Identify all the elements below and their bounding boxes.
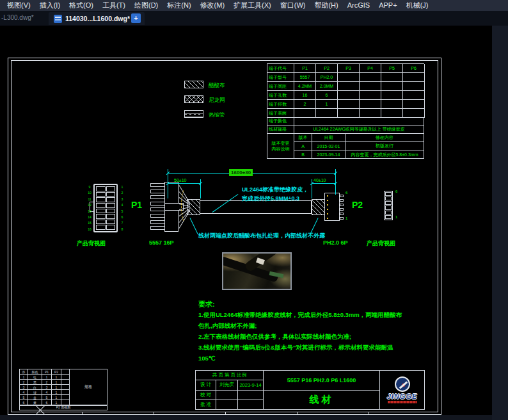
p2-wire-dot: [327, 209, 328, 210]
wire-table-cell: [61, 375, 70, 380]
pin-number: 11: [86, 197, 93, 202]
spec-row-label: 端子排数: [267, 100, 294, 109]
p2-side-pin-bottom: 1: [345, 216, 347, 220]
menu-insert[interactable]: 插入(I): [35, 0, 65, 11]
wire-table-cell: 白: [28, 385, 42, 390]
menu-app-plus[interactable]: APP+: [374, 0, 401, 11]
p1-pin-hole: [106, 214, 116, 219]
spec-cell: [294, 109, 316, 118]
pin-number: 9: [86, 184, 93, 190]
menu-draw[interactable]: 绘图(D): [130, 0, 163, 11]
menu-window[interactable]: 窗口(W): [276, 0, 310, 11]
menu-format[interactable]: 格式(O): [65, 0, 98, 11]
revision-header-version: 版本: [294, 134, 312, 142]
wire-table-cell: 颜色: [28, 369, 42, 375]
part-number: 5557 P16 PH2.0 P6 L1600: [264, 371, 379, 391]
p1-pin-hole: [106, 225, 116, 230]
pin-number: 3: [119, 197, 125, 202]
wire-table-cell: 绿: [28, 390, 42, 395]
p2-pin-stub: [340, 208, 344, 211]
wire-table-cell: 2: [20, 380, 28, 385]
p1-side-tooth: [150, 195, 165, 199]
spec-cell: P5: [381, 64, 403, 73]
wire-table-cell: 红: [28, 375, 42, 380]
p1-rear-caption: 产品背视图: [77, 239, 106, 248]
spec-cell: [403, 100, 425, 109]
revision-table: 版本 日期 修改内容 A 2015-02-01 初版发行 B 2023-09-1…: [294, 134, 424, 158]
spec-cell: [381, 82, 403, 91]
p2-pin-hole: [385, 201, 392, 205]
wire-table-cell: 1: [52, 375, 61, 380]
background-file-tab[interactable]: -L300.dwg*: [1, 14, 34, 21]
revision-block: 版本变更 内容说明 版本 日期 修改内容 A 2015-02-01 初版发行 B…: [267, 134, 424, 159]
menu-help[interactable]: 帮助(H): [310, 0, 342, 11]
active-tab-label: 114030...L1600.dwg*: [65, 15, 130, 22]
p1-pin-hole: [106, 203, 116, 208]
legend-label-acetate-cloth: 醋酸布: [209, 82, 225, 90]
p2-wire-dot: [327, 204, 328, 206]
p1-side-tooth: [150, 214, 165, 218]
approve-name: [216, 400, 238, 409]
p1-side-tooth: [150, 220, 165, 224]
vertical-scrollbar[interactable]: [492, 26, 508, 420]
menu-mechanical[interactable]: 机械(J): [402, 0, 433, 11]
file-tab-bar: -L300.dwg* 114030...L1600.dwg* × +: [0, 11, 508, 26]
p1-pin-hole: [96, 220, 106, 225]
product-photo: [222, 252, 292, 290]
p2-side-view: [324, 193, 340, 221]
requirements-title: 要求:: [198, 300, 215, 309]
new-tab-button[interactable]: +: [131, 13, 141, 23]
product-name: 线材: [264, 391, 379, 410]
p1-pin-hole: [96, 209, 106, 214]
spec-cell: P2: [316, 64, 338, 73]
spec-cell: [403, 109, 425, 118]
p2-wire-dot: [327, 218, 328, 219]
p2-pin-hole: [385, 197, 392, 200]
spec-cell: [381, 73, 403, 82]
p2-pin-hole: [385, 192, 392, 196]
active-file-tab[interactable]: 114030...L1600.dwg* ×: [49, 12, 145, 25]
drawing-canvas[interactable]: 醋酸布 尼龙网 热缩管 端子代号P1P2P3P4P5P6端子型号5557PH2.…: [0, 26, 492, 415]
spec-cell: P1: [294, 64, 316, 73]
title-block-signatures: 共 页 第 页 比例 设 计 刘光庆 2023-9-14 校 对 批 准: [196, 371, 264, 409]
pin-number: 4: [119, 202, 125, 208]
pin-number: 16: [86, 227, 93, 232]
company-logo: JINGGE: [380, 371, 424, 409]
spec-cell: 2.0MM: [316, 82, 338, 91]
menu-modify[interactable]: 修改(M): [196, 0, 230, 11]
pin-number: 8: [119, 227, 125, 232]
spec-cell: [403, 82, 425, 91]
dim-left-line: [168, 183, 200, 184]
p1-side-tooth: [150, 226, 165, 230]
requirement-line-2: 包扎,内部线材不外漏;: [198, 322, 257, 330]
menu-tools[interactable]: 工具(T): [98, 0, 130, 11]
revision-a-content: 初版发行: [345, 142, 424, 150]
wire-color-table-grid: 序颜色P1P21红112黑213白314绿415蓝516黄61: [20, 369, 70, 405]
p1-pin-hole: [106, 186, 116, 191]
wire-table-cell: 1: [52, 380, 61, 385]
spec-row-label: 端子表面: [267, 109, 294, 118]
menu-dimension[interactable]: 标注(N): [163, 0, 195, 11]
p1-pin-hole: [96, 214, 106, 219]
p2-rear-pin-bottom: 1: [395, 215, 397, 219]
revision-b-date: 2023-09-14: [312, 150, 345, 159]
menu-arcgis[interactable]: ArcGIS: [343, 0, 374, 11]
menu-express-tools[interactable]: 扩展工具(X): [229, 0, 276, 11]
wire-table-cell: 1: [52, 385, 61, 390]
check-label: 校 对: [196, 391, 216, 400]
wire-table-cell: 1: [20, 375, 28, 380]
requirement-line-1: 1.使用UL2464标准带绝缘胶皮线材，完成后外径5.8±0.3mm，两端用醋酸…: [198, 311, 402, 319]
p2-wire-dot: [327, 195, 328, 197]
p2-pin-stub: [340, 204, 344, 206]
spec-cell: [360, 109, 381, 118]
dim-right-line: [312, 183, 335, 184]
menu-bar: 视图(V) 插入(I) 格式(O) 工具(T) 绘图(D) 标注(N) 修改(M…: [0, 0, 508, 11]
wire-table-cell: 1: [52, 390, 61, 395]
spec-cell: [338, 109, 360, 118]
dim-total-value[interactable]: 1600±30: [229, 169, 253, 176]
p1-pin-numbers-right: 12345678: [119, 184, 125, 232]
menu-view[interactable]: 视图(V): [3, 0, 35, 11]
pin-number: 15: [86, 220, 93, 226]
approve-date: [238, 400, 263, 409]
revision-b-content: 内容变更，完成后外径5.8±0.3mm: [345, 150, 424, 159]
